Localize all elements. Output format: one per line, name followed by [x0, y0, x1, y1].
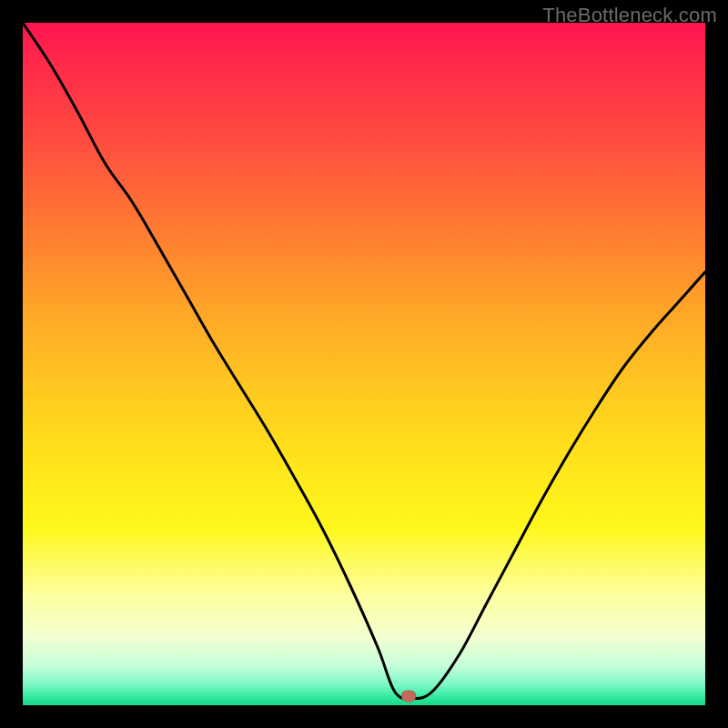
plot-frame	[23, 23, 705, 705]
bottleneck-curve-path	[23, 23, 705, 699]
plot-area	[23, 23, 705, 705]
chart-container: TheBottleneck.com	[0, 0, 728, 728]
optimal-point-marker	[401, 691, 416, 703]
curve-svg	[23, 23, 705, 705]
watermark-text: TheBottleneck.com	[542, 4, 717, 27]
